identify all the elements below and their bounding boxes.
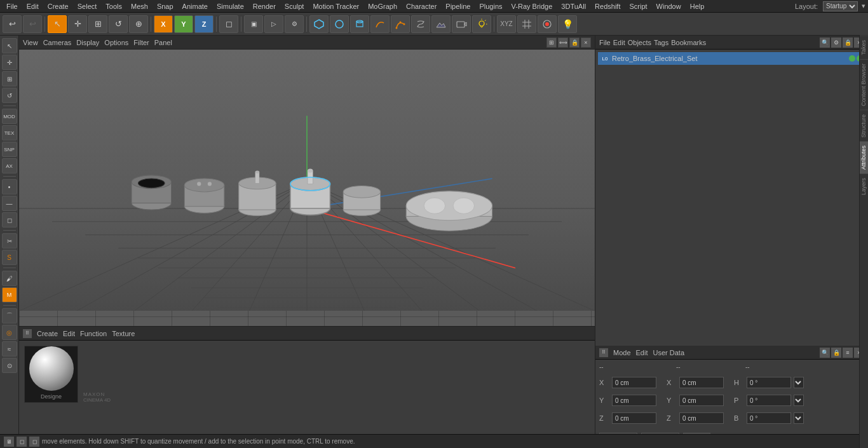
camera-button[interactable] [452,15,471,33]
edit-menu[interactable]: Edit [63,330,75,337]
viewport-menu-display[interactable]: Display [76,39,99,46]
objects-objects-menu[interactable]: Objects [628,39,651,46]
viewport-menu-options[interactable]: Options [104,39,128,46]
left-sculpt-btn[interactable]: ◎ [2,325,17,340]
left-rotate-btn[interactable]: ↺ [2,88,17,103]
bulb-button[interactable]: 💡 [558,15,577,33]
menu-motion-tracker[interactable]: Motion Tracker [309,1,363,11]
z-pos-input[interactable] [612,412,656,424]
left-paint-btn[interactable]: 🖌 [2,271,17,286]
undo-button[interactable]: ↩ [3,15,22,33]
texture-menu[interactable]: Texture [112,330,135,337]
status-icon-1[interactable]: 🖥 [4,437,14,447]
viewport-menu-view[interactable]: View [23,39,38,46]
y-axis-button[interactable]: Y [174,15,193,33]
left-bend-btn[interactable]: ⌒ [2,308,17,323]
light-button[interactable] [472,15,491,33]
content-browser-tab[interactable]: Content Browser [860,59,868,110]
h-input[interactable] [747,377,791,388]
left-texture-btn[interactable]: TEX [2,125,17,140]
objects-edit-menu[interactable]: Edit [613,39,625,46]
nurbs-button[interactable] [391,15,410,33]
menu-script[interactable]: Script [625,1,651,11]
status-icon-2[interactable]: ◻ [17,437,27,447]
objects-search-btn[interactable]: 🔍 [820,37,830,48]
layout-select[interactable]: Startup [823,1,858,11]
render-region-button[interactable]: ▣ [244,15,263,33]
viewport-expand-btn[interactable]: ⊞ [546,37,557,48]
viewport-close-btn[interactable]: × [581,37,591,48]
left-poly-btn[interactable]: ◻ [2,212,17,227]
b-input[interactable] [747,412,791,424]
sphere-button[interactable] [330,15,349,33]
redo-button[interactable]: ↩ [23,15,42,33]
scale-tool-button[interactable]: ⊞ [88,15,107,33]
objects-lock-btn[interactable]: 🔒 [843,37,853,48]
menu-help[interactable]: Help [686,1,709,11]
axis-button[interactable]: XYZ [497,15,516,33]
structure-tab[interactable]: Structure [860,110,868,142]
menu-mesh[interactable]: Mesh [127,1,152,11]
status-icon-3[interactable]: ◻ [29,437,39,447]
z-size-input[interactable] [679,412,724,424]
menu-file[interactable]: File [3,1,22,11]
menu-tools[interactable]: Tools [102,1,126,11]
menu-simulate[interactable]: Simulate [213,1,248,11]
objects-settings-btn[interactable]: ⚙ [831,37,841,48]
attributes-tab[interactable]: Attributes [860,141,868,173]
menu-vray[interactable]: V-Ray Bridge [508,1,557,11]
takes-tab[interactable]: Takes [860,36,868,59]
objects-bookmarks-menu[interactable]: Bookmarks [671,39,706,46]
left-material-btn[interactable]: M [2,287,17,302]
menu-snap[interactable]: Snap [153,1,177,11]
left-grab-btn[interactable]: ⊙ [2,358,17,373]
p-input[interactable] [747,395,791,406]
menu-create[interactable]: Create [44,1,72,11]
spline-button[interactable] [370,15,390,33]
menu-sculpt[interactable]: Sculpt [281,1,308,11]
menu-window[interactable]: Window [653,1,685,11]
rotate-tool-button[interactable]: ↺ [109,15,128,33]
viewport-menu-filter[interactable]: Filter [133,39,149,46]
select-tool-button[interactable]: ↖ [48,15,67,33]
left-point-btn[interactable]: • [2,179,17,194]
record-button[interactable] [538,15,557,33]
left-edge-btn[interactable]: — [2,196,17,211]
y-pos-input[interactable] [612,395,656,406]
layers-tab[interactable]: Layers [860,173,868,199]
cube-button[interactable] [309,15,329,33]
menu-pipeline[interactable]: Pipeline [442,1,474,11]
menu-plugins[interactable]: Plugins [475,1,506,11]
viewport-arrows-btn[interactable]: ⟺ [558,37,568,48]
left-model-btn[interactable]: MOD [2,109,17,124]
move-tool-button[interactable]: ✛ [68,15,87,33]
render-active-button[interactable]: ▷ [264,15,283,33]
environment-button[interactable] [431,15,451,33]
y-dropdown[interactable]: ▾ [794,395,804,406]
x-pos-input[interactable] [612,377,656,388]
x-dropdown[interactable]: ▾ [794,377,804,388]
menu-character[interactable]: Character [402,1,440,11]
left-scale-btn[interactable]: ⊞ [2,71,17,86]
objects-file-menu[interactable]: File [599,39,611,46]
y-size-input[interactable] [679,395,724,406]
menu-animate[interactable]: Animate [179,1,212,11]
grid-button[interactable] [517,15,536,33]
left-select-btn[interactable]: ↖ [2,38,17,53]
function-menu[interactable]: Function [80,330,107,337]
attrs-edit-menu[interactable]: Edit [636,349,648,356]
attrs-userdata-menu[interactable]: User Data [653,349,685,356]
menu-redshift[interactable]: Redshift [591,1,624,11]
menu-3dtoall[interactable]: 3DTuAll [557,1,590,11]
objects-tags-menu[interactable]: Tags [654,39,668,46]
x-axis-button[interactable]: X [154,15,173,33]
viewport-menu-panel[interactable]: Panel [154,39,172,46]
menu-edit[interactable]: Edit [23,1,43,11]
z-dropdown[interactable]: ▾ [794,412,804,424]
z-axis-button[interactable]: Z [194,15,214,33]
object-row-retro[interactable]: L0 Retro_Brass_Electrical_Set [598,52,865,65]
transform-tool-button[interactable]: ⊕ [129,15,148,33]
menu-select[interactable]: Select [74,1,101,11]
attrs-lock-btn[interactable]: 🔒 [831,348,841,358]
attrs-filter-btn[interactable]: ≡ [843,348,853,358]
